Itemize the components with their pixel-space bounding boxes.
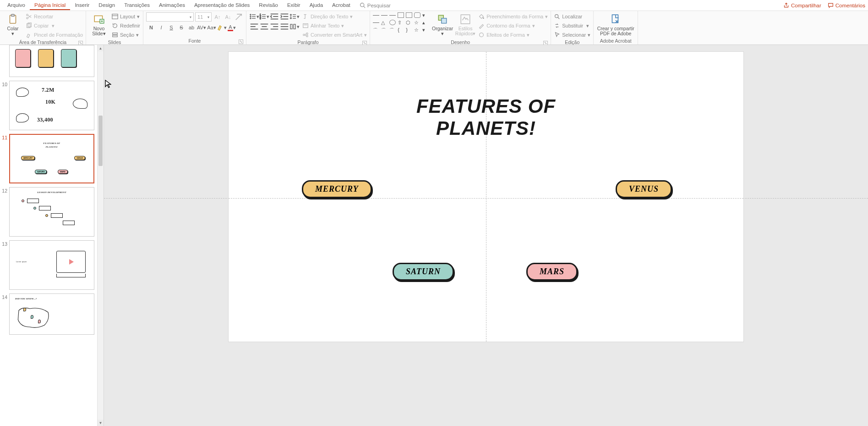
section-button[interactable]: Seção▾ bbox=[112, 31, 140, 39]
font-name-combo[interactable]: ▾ bbox=[146, 12, 194, 22]
pill-mercury[interactable]: MERCURY bbox=[302, 180, 372, 198]
thumb-preview: 7.2M 10K 33,400 bbox=[9, 81, 94, 130]
shapes-gallery[interactable]: ▾ △⇧⬡☆▴ ⌒⌒⌒{}☆▾ bbox=[373, 12, 430, 33]
align-text-button[interactable]: Alinhar Texto▾ bbox=[302, 22, 367, 30]
slide-title[interactable]: Features of Planets! bbox=[229, 95, 743, 139]
cut-button[interactable]: Recortar bbox=[26, 12, 83, 21]
bold-button[interactable]: N bbox=[146, 23, 156, 32]
ribbon-group-font: ▾ 11▾ A↑ A↓ N I S S ab AV▾ Aa▾ ▾ A▾ Font… bbox=[143, 11, 246, 44]
section-icon bbox=[112, 32, 118, 38]
shape-effects-button[interactable]: Efeitos de Forma▾ bbox=[478, 31, 548, 39]
quick-styles-button[interactable]: EstilosRápidos▾ bbox=[455, 12, 475, 36]
layout-button[interactable]: Layout▾ bbox=[112, 12, 140, 21]
paste-button[interactable]: Colar▾ bbox=[3, 12, 23, 36]
font-color-button[interactable]: A▾ bbox=[227, 23, 237, 32]
thumbnail-item[interactable]: 11 Features of Planets! MERCURY VENUS SA… bbox=[0, 134, 94, 183]
shape-outline-button[interactable]: Contorno da Forma▾ bbox=[478, 22, 548, 30]
svg-point-16 bbox=[250, 14, 251, 15]
highlight-button[interactable]: ▾ bbox=[217, 23, 227, 32]
find-icon bbox=[554, 13, 560, 20]
tab-transicoes[interactable]: Transições bbox=[120, 1, 154, 10]
thumbnail-scrollbar[interactable]: ▲ ▼ bbox=[97, 45, 104, 426]
char-spacing-button[interactable]: AV▾ bbox=[197, 23, 207, 32]
tab-pagina-inicial[interactable]: Página Inicial bbox=[30, 1, 70, 10]
new-slide-button[interactable]: Novo Slide▾ bbox=[89, 12, 109, 36]
tab-arquivo[interactable]: Arquivo bbox=[3, 1, 30, 10]
guide-horizontal bbox=[229, 198, 743, 199]
decrease-indent-button[interactable] bbox=[269, 12, 279, 21]
paragraph-group-label: Parágrafo bbox=[298, 39, 319, 45]
share-button[interactable]: Compartilhar bbox=[783, 2, 821, 8]
slide-canvas[interactable]: Features of Planets! MERCURY VENUS SATUR… bbox=[229, 52, 743, 342]
tab-exibir[interactable]: Exibir bbox=[283, 1, 305, 10]
thumbnail-item[interactable]: 10 7.2M 10K 33,400 bbox=[0, 81, 94, 130]
font-launcher[interactable]: ⤡ bbox=[239, 39, 243, 44]
thumbnail-item[interactable]: 12 LESSON DEVELOPMENT bbox=[0, 187, 94, 237]
numbering-button[interactable]: 123▾ bbox=[259, 12, 269, 21]
bullets-button[interactable]: ▾ bbox=[249, 12, 259, 21]
align-left-button[interactable] bbox=[249, 22, 259, 31]
font-size-combo[interactable]: 11▾ bbox=[195, 12, 212, 22]
reset-button[interactable]: Redefinir bbox=[112, 22, 140, 30]
underline-button[interactable]: S bbox=[166, 23, 176, 32]
italic-button[interactable]: I bbox=[156, 23, 166, 32]
tab-ajuda[interactable]: Ajuda bbox=[305, 1, 328, 10]
format-painter-button[interactable]: Pincel de Formatação bbox=[26, 31, 83, 39]
change-case-button[interactable]: Aa▾ bbox=[207, 23, 217, 32]
replace-button[interactable]: Substituir ▾ bbox=[554, 22, 590, 30]
align-center-button[interactable] bbox=[259, 22, 269, 31]
thumb-number: 13 bbox=[0, 240, 7, 247]
columns-button[interactable]: ▾ bbox=[289, 22, 300, 31]
justify-button[interactable] bbox=[279, 22, 289, 31]
clear-format-icon[interactable] bbox=[234, 13, 243, 21]
shape-fill-button[interactable]: Preenchimento da Forma▾ bbox=[478, 12, 548, 21]
tab-revisao[interactable]: Revisão bbox=[254, 1, 283, 10]
copy-button[interactable]: Copiar ▾ bbox=[26, 22, 83, 30]
strike-button[interactable]: S bbox=[176, 23, 186, 32]
comments-button[interactable]: Comentários bbox=[828, 2, 865, 8]
increase-indent-button[interactable] bbox=[279, 12, 289, 21]
thumbnail-list[interactable]: 10 7.2M 10K 33,400 11 Features of Planet… bbox=[0, 45, 97, 426]
text-direction-button[interactable]: Direção do Texto▾ bbox=[302, 12, 367, 21]
shadow-button[interactable]: ab bbox=[186, 23, 197, 32]
scroll-down-icon[interactable]: ▼ bbox=[98, 420, 104, 426]
tab-inserir[interactable]: Inserir bbox=[70, 1, 94, 10]
font-size-value: 11 bbox=[197, 14, 203, 20]
scroll-handle[interactable] bbox=[98, 116, 103, 166]
ribbon-group-clipboard: Colar▾ Recortar Copiar ▾ Pincel de Forma… bbox=[0, 11, 86, 44]
layout-icon bbox=[112, 13, 118, 20]
slide-area[interactable]: Features of Planets! MERCURY VENUS SATUR… bbox=[104, 45, 868, 426]
find-label: Localizar bbox=[562, 14, 582, 19]
increase-font-icon[interactable]: A↑ bbox=[213, 13, 222, 21]
thumb-preview bbox=[9, 45, 94, 77]
tab-animacoes[interactable]: Animações bbox=[154, 1, 190, 10]
pill-venus[interactable]: VENUS bbox=[616, 180, 672, 198]
scroll-up-icon[interactable]: ▲ bbox=[98, 45, 104, 51]
find-button[interactable]: Localizar bbox=[554, 12, 590, 21]
svg-point-53 bbox=[303, 34, 305, 36]
svg-point-0 bbox=[360, 3, 364, 7]
select-button[interactable]: Selecionar▾ bbox=[554, 31, 590, 39]
align-right-button[interactable] bbox=[269, 22, 279, 31]
pen-icon bbox=[478, 22, 485, 29]
decrease-font-icon[interactable]: A↓ bbox=[224, 13, 233, 21]
tab-design[interactable]: Design bbox=[94, 1, 120, 10]
convert-smartart-button[interactable]: Converter em SmartArt▾ bbox=[302, 31, 367, 39]
thumbnail-item[interactable]: 13 Lorem ipsum bbox=[0, 240, 94, 290]
svg-point-20 bbox=[250, 18, 251, 19]
ribbon-group-drawing: ▾ △⇧⬡☆▴ ⌒⌒⌒{}☆▾ Organizar▾ EstilosRápido… bbox=[370, 11, 551, 44]
tab-apresentacao[interactable]: Apresentação de Slides bbox=[190, 1, 254, 10]
svg-line-62 bbox=[558, 17, 560, 19]
adobe-label2: PDF de Adobe bbox=[600, 31, 631, 36]
adobe-pdf-button[interactable]: Crear y compartirPDF de Adobe bbox=[596, 12, 635, 36]
search-box[interactable]: Pesquisar bbox=[360, 2, 391, 8]
thumbnail-item[interactable] bbox=[0, 45, 94, 77]
arrange-label: Organizar bbox=[432, 26, 453, 31]
thumbnail-item[interactable]: 14 DID YOU KNOW...? bbox=[0, 293, 94, 335]
pill-mars[interactable]: MARS bbox=[526, 263, 578, 281]
thumb-preview: LESSON DEVELOPMENT bbox=[9, 187, 94, 237]
line-spacing-button[interactable]: ▾ bbox=[289, 12, 300, 21]
tab-acrobat[interactable]: Acrobat bbox=[328, 1, 355, 10]
arrange-button[interactable]: Organizar▾ bbox=[432, 12, 453, 36]
pill-saturn[interactable]: SATURN bbox=[393, 263, 454, 281]
